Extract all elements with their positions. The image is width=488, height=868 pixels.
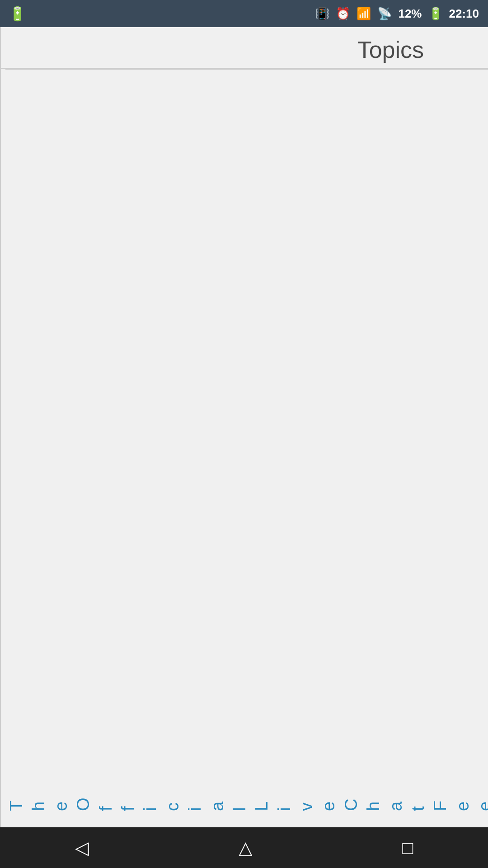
alarm-icon: ⏰: [336, 7, 350, 21]
recents-button[interactable]: □: [389, 833, 427, 863]
notification-icon: 🔋: [9, 6, 26, 22]
back-button[interactable]: ◁: [61, 833, 103, 863]
battery-percent: 12%: [398, 7, 422, 21]
wifi-icon: 📶: [357, 7, 371, 21]
battery-icon: 🔋: [428, 7, 443, 21]
status-icons: 📳 ⏰ 📶 📡 12% 🔋 22:10: [315, 7, 479, 21]
vibrate-icon: 📳: [315, 7, 329, 21]
right-panel-content: TheOfficialLiveChatFeedbackthre 👥 Toby: [1, 70, 488, 820]
nav-bar: ◁ △ □: [0, 827, 488, 868]
right-panel-header: Topics: [1, 27, 488, 69]
panel-title: Topics: [14, 36, 488, 63]
main-content: Forum Subject Replies New Author 💬 Getin…: [0, 27, 488, 827]
home-button[interactable]: △: [225, 833, 266, 863]
right-panel: Topics TheOfficialLiveChatFeedbackthre 👥…: [1, 27, 488, 827]
time-display: 22:10: [449, 7, 479, 21]
signal-icon: 📡: [377, 7, 392, 21]
rotated-topic-text[interactable]: TheOfficialLiveChatFeedbackthre: [1, 70, 488, 820]
status-bar: 🔋 📳 ⏰ 📶 📡 12% 🔋 22:10: [0, 0, 488, 27]
status-left-area: 🔋: [9, 6, 307, 22]
